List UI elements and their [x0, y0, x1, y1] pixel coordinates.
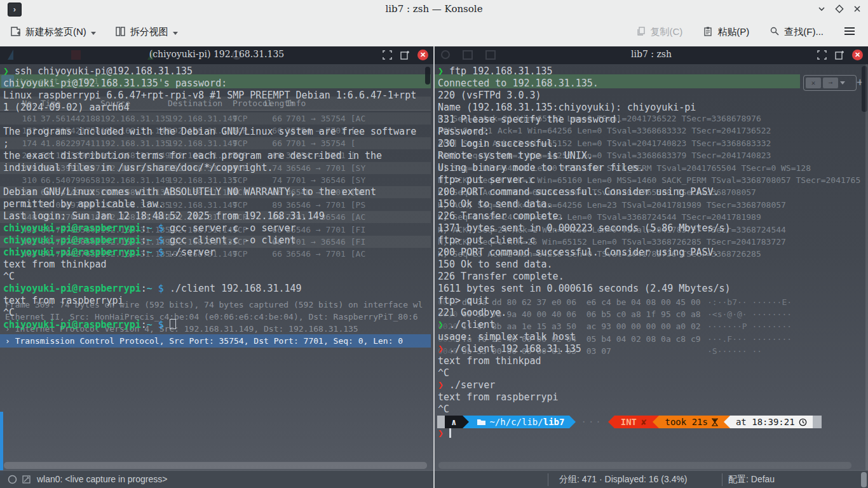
terminal-line: chiyoyuki-pi@raspberrypi:~ $ gcc client.… [3, 234, 433, 247]
pane-title-left: (chiyoyuki-pi) 192.168.31.135 [0, 49, 433, 59]
terminal-text: 221 Goodbye. [438, 307, 506, 318]
scrollbar-left-pane[interactable] [425, 67, 430, 85]
ghost-scrollbar-handle [861, 472, 867, 487]
terminal-text: individual files in /usr/share/doc/*/cop… [3, 162, 273, 173]
konsole-window: › lib7 : zsh — Konsole 新建标签页(N) 拆分视图 [0, 0, 868, 488]
find-button[interactable]: 查找(F)... [764, 22, 829, 42]
terminal-line: ftp> quit [438, 295, 868, 307]
terminal-text [153, 319, 158, 330]
terminal-text: ftp 192.168.31.135 [449, 65, 553, 77]
terminal-line: Name (192.168.31.135:chiyoyuki): chiyoyu… [438, 102, 868, 114]
capture-status-text: wlan0: <live capture in progress> [37, 474, 167, 484]
terminal-line: 230 Login successful. [438, 138, 868, 150]
terminal-line: ^C [438, 403, 868, 416]
maximize-pane-icon[interactable] [817, 50, 827, 60]
pane-header-left[interactable]: (chiyoyuki-pi) 192.168.31.135 ✕ [0, 46, 433, 64]
terminal-left[interactable]: tcp.port == 7701 No.TimeSourceDestinatio… [0, 64, 433, 488]
powerline-dots: ··· [576, 416, 607, 428]
ghost-window-edge [0, 412, 3, 475]
terminal-text: text from raspberrypi [438, 391, 559, 403]
terminal-line [3, 174, 433, 186]
clock-icon [799, 418, 807, 426]
terminal-text: Remote system type is UNIX. [438, 150, 593, 161]
terminal-pane-left[interactable]: (chiyoyuki-pi) 192.168.31.135 ✕ tcp.port… [0, 46, 433, 488]
hamburger-icon [844, 27, 855, 37]
powerline-separator [569, 416, 576, 428]
paste-icon [703, 26, 713, 38]
terminal-text [164, 319, 170, 330]
terminal-text: ./client 192.168.31.135 [449, 343, 581, 355]
powerline-cap [437, 416, 445, 428]
terminal-text: $ [158, 247, 164, 258]
terminal-text: chiyoyuki-pi@192.168.31.135's password: [3, 78, 233, 89]
paste-button[interactable]: 粘贴(P) [698, 22, 754, 42]
terminal-text: 220 (vsFTPd 3.0.3) [438, 90, 541, 101]
terminal-line: 221 Goodbye. [438, 307, 868, 319]
terminal-text: chiyoyuki-pi@raspberrypi [3, 319, 141, 330]
detach-pane-icon[interactable] [400, 50, 410, 60]
powerline-caret-segment: ∧ [445, 416, 463, 428]
text-cursor [449, 428, 451, 438]
terminal-text: 200 PORT command successful. Consider us… [438, 247, 719, 258]
pane-title-right: lib7 : zsh [435, 49, 868, 59]
copy-button[interactable]: 复制(C) [631, 22, 688, 42]
pane-divider[interactable] [433, 46, 435, 488]
chevron-down-icon [173, 32, 178, 35]
terminal-text: 1611 bytes sent in 0.000616 seconds (2.4… [438, 283, 731, 294]
terminal-line: 226 Transfer complete. [438, 210, 868, 222]
terminal-line: Using binary mode to transfer files. [438, 162, 868, 174]
terminal-pane-right[interactable]: lib7 : zsh ✕ ✕ ➞ + K] Seq=1 Ack=21 Win= [435, 46, 868, 488]
paste-label: 粘贴(P) [717, 26, 749, 38]
terminal-line: ❯ ssh chiyoyuki-pi@192.168.31.135 [3, 65, 433, 78]
terminal-text: ./server [164, 247, 215, 258]
close-pane-icon[interactable]: ✕ [852, 50, 863, 60]
content-area: (chiyoyuki-pi) 192.168.31.135 ✕ tcp.port… [0, 46, 868, 488]
powerline-directory-segment: ~/h/c/lib/lib7 [469, 416, 569, 428]
terminal-text [153, 222, 158, 234]
toolbar: 新建标签页(N) 拆分视图 复制(C) 粘贴(P) 查找(F)... [0, 18, 868, 47]
copy-label: 复制(C) [651, 26, 683, 38]
terminal-text: ❯ [438, 343, 449, 355]
terminal-text [153, 283, 158, 294]
terminal-line: 1611 bytes sent in 0.000616 seconds (2.4… [438, 283, 868, 295]
terminal-text: chiyoyuki-pi@raspberrypi [3, 234, 141, 246]
close-button[interactable] [853, 4, 862, 13]
hamburger-menu-button[interactable] [839, 23, 860, 41]
powerline-cap [813, 416, 822, 428]
terminal-text: ftp> quit [438, 295, 489, 306]
powerline-separator [653, 416, 659, 428]
terminal-text: ssh chiyoyuki-pi@192.168.31.135 [15, 65, 193, 77]
close-pane-icon[interactable]: ✕ [417, 50, 428, 60]
new-tab-button[interactable]: 新建标签页(N) [5, 22, 101, 43]
terminal-line: 226 Transfer complete. [438, 271, 868, 283]
terminal-line: 331 Please specify the password. [438, 114, 868, 126]
powerline-duration-segment: took 21s [659, 416, 723, 428]
terminal-text: ❯ [438, 379, 449, 391]
terminal-text: ~ [147, 247, 153, 258]
new-tab-label: 新建标签页(N) [25, 26, 86, 38]
maximize-button[interactable] [835, 4, 844, 13]
ghost-hscrollbar-left [4, 462, 427, 469]
terminal-line: Linux raspberrypi 6.6.47+rpt-rpi-v8 #1 S… [3, 90, 433, 102]
find-label: 查找(F)... [784, 26, 824, 38]
profile-text: 配置: Defau [728, 474, 775, 485]
new-tab-icon [10, 26, 21, 39]
terminal-text: : [141, 247, 147, 258]
terminal-text: ^C [438, 367, 449, 379]
terminal-text: Name (192.168.31.135:chiyoyuki): chiyoyu… [438, 102, 696, 113]
terminal-right[interactable]: ✕ ➞ + K] Seq=1 Ack=21 Win=65152 Len=0 TS… [435, 64, 868, 488]
terminal-line: chiyoyuki-pi@192.168.31.135's password: [3, 78, 433, 90]
minimize-button[interactable] [817, 4, 826, 13]
split-view-button[interactable]: 拆分视图 [110, 22, 183, 43]
terminal-text: chiyoyuki-pi@raspberrypi [3, 222, 141, 234]
detach-pane-icon[interactable] [834, 50, 845, 60]
terminal-line: chiyoyuki-pi@raspberrypi:~ $ ./server [3, 247, 433, 259]
terminal-text: 331 Please specify the password. [438, 114, 621, 125]
terminal-text: : [141, 319, 147, 330]
terminal-line: Connected to 192.168.31.135. [438, 78, 868, 90]
capture-comment-icon [22, 475, 31, 486]
terminal-text: $ [158, 222, 164, 234]
pane-header-right[interactable]: lib7 : zsh ✕ [435, 46, 868, 64]
terminal-line: 200 PORT command successful. Consider us… [438, 247, 868, 259]
maximize-pane-icon[interactable] [382, 50, 393, 60]
